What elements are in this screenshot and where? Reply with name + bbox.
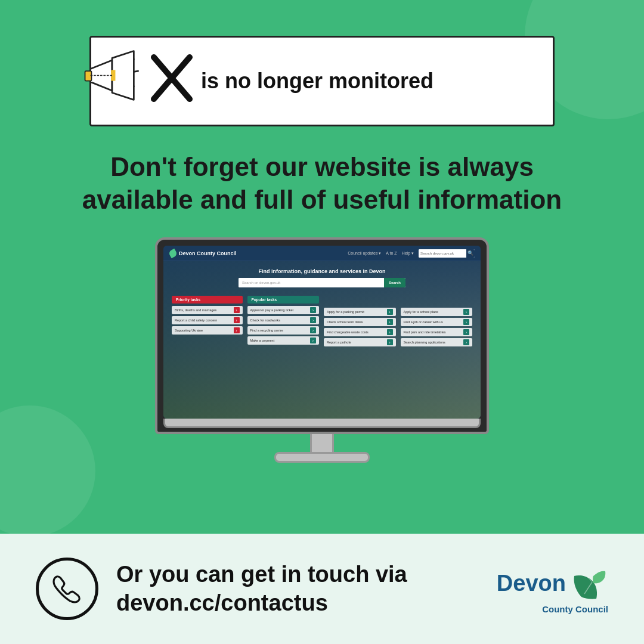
popular-task-3-3-arrow: › <box>463 329 469 335</box>
popular-task-2-2: Check school term dates › <box>324 318 396 326</box>
popular-task-3-1: Apply for a school place › <box>401 308 473 316</box>
deco-circle-bottom-left <box>0 405 95 537</box>
priority-task-1-arrow: › <box>234 307 240 313</box>
popular-tasks-col3: Apply for a school place › Find a job or… <box>401 296 473 346</box>
contact-line1: Or you can get in touch via <box>116 561 479 589</box>
hero-search-input: Search on devon.gov.uk <box>239 278 384 287</box>
announcement-box: is no longer monitored <box>89 36 555 126</box>
popular-task-2-4: Report a pothole › <box>324 338 396 346</box>
popular-task-1-4: Make a payment › <box>247 336 320 345</box>
phone-circle <box>36 558 98 620</box>
monitor-screen-outer: Devon County Council Council updates ▾ A… <box>155 237 489 434</box>
popular-task-1-4-arrow: › <box>310 338 316 343</box>
web-nav-links: Council updates ▾ A to Z Help ▾ Search d… <box>348 249 475 258</box>
web-nav-search: Search devon.gov.uk 🔍 <box>419 249 475 258</box>
monitor-base <box>274 452 370 463</box>
priority-task-2-arrow: › <box>234 317 240 323</box>
monitor-mockup: Devon County Council Council updates ▾ A… <box>155 237 489 463</box>
monitor-screen-inner: Devon County Council Council updates ▾ A… <box>163 246 481 419</box>
popular-task-1-3-arrow: › <box>310 327 316 333</box>
web-hero: Find information, guidance and services … <box>163 261 481 419</box>
devon-leaves-icon <box>569 564 608 603</box>
devon-subtitle: County Council <box>542 604 608 614</box>
priority-tasks-header: Priority tasks <box>172 296 243 304</box>
priority-task-3: Supporting Ukraine › <box>172 326 243 335</box>
popular-task-2-1-arrow: › <box>387 309 393 315</box>
headline-line1: Don't forget our website is always <box>78 150 566 183</box>
popular-task-3-4: Search planning applications › <box>401 338 473 346</box>
announcement-text: is no longer monitored <box>201 69 434 94</box>
priority-task-2: Report a child safety concern › <box>172 316 243 324</box>
popular-task-2-2-arrow: › <box>387 319 393 325</box>
monitor-chin <box>163 419 481 428</box>
contact-line2: devon.cc/contactus <box>116 589 479 618</box>
nav-link-1: Council updates ▾ <box>348 251 381 256</box>
priority-tasks-col: Priority tasks Births, deaths and marria… <box>172 296 243 346</box>
headline-line2: available and full of useful information <box>78 183 566 216</box>
popular-task-1-3: Find a recycling centre › <box>247 326 320 335</box>
popular-task-3-3: Find park and ride timetables › <box>401 328 473 336</box>
nav-search-icon: 🔍 <box>466 249 475 258</box>
web-nav-logo: Devon County Council <box>169 250 237 257</box>
nav-link-2: A to Z <box>386 251 397 255</box>
popular-task-1-2: Check for roadworks › <box>247 316 320 324</box>
popular-task-2-1: Apply for a parking permit › <box>324 308 396 316</box>
web-nav: Devon County Council Council updates ▾ A… <box>163 246 481 261</box>
megaphone-icon <box>79 48 151 114</box>
phone-icon <box>51 572 83 605</box>
popular-tasks-header: Popular tasks <box>247 296 320 304</box>
nav-logo-text: Devon County Council <box>179 250 237 256</box>
web-search-row: Search on devon.gov.uk Search <box>239 278 405 287</box>
dcc-leaf-icon <box>168 248 178 258</box>
web-tasks-row: Priority tasks Births, deaths and marria… <box>172 296 472 346</box>
bottom-bar: Or you can get in touch via devon.cc/con… <box>0 534 644 644</box>
devon-logo: Devon County Council <box>497 564 608 614</box>
main-container: is no longer monitored Don't forget our … <box>0 0 644 644</box>
svg-rect-5 <box>85 71 92 80</box>
popular-task-3-2-arrow: › <box>463 319 469 325</box>
web-hero-title: Find information, guidance and services … <box>172 268 472 274</box>
nav-link-3: Help ▾ <box>402 251 414 256</box>
popular-task-3-2: Find a job or career with us › <box>401 318 473 326</box>
website-mock: Devon County Council Council updates ▾ A… <box>163 246 481 419</box>
popular-task-1-1: Appeal or pay a parking ticket › <box>247 306 320 314</box>
hero-search-btn: Search <box>384 278 405 287</box>
popular-task-2-3: Find chargeable waste costs › <box>324 328 396 336</box>
nav-search-input: Search devon.gov.uk <box>419 249 466 258</box>
monitor-neck <box>310 434 334 452</box>
popular-task-1-2-arrow: › <box>310 317 316 323</box>
popular-task-2-3-arrow: › <box>387 329 393 335</box>
devon-logo-inner: Devon <box>497 564 608 603</box>
popular-task-3-1-arrow: › <box>463 309 469 315</box>
priority-task-3-arrow: › <box>234 327 240 333</box>
popular-tasks-col1: Popular tasks Appeal or pay a parking ti… <box>247 296 320 346</box>
x-logo <box>151 54 193 109</box>
popular-task-3-4-arrow: › <box>463 339 469 345</box>
headline: Don't forget our website is always avail… <box>78 150 566 216</box>
popular-task-1-1-arrow: › <box>310 307 316 313</box>
contact-text: Or you can get in touch via devon.cc/con… <box>116 561 479 617</box>
devon-name: Devon <box>497 572 566 595</box>
popular-task-2-4-arrow: › <box>387 339 393 345</box>
priority-task-1: Births, deaths and marriages › <box>172 306 243 314</box>
popular-tasks-col2: Apply for a parking permit › Check schoo… <box>324 296 396 346</box>
